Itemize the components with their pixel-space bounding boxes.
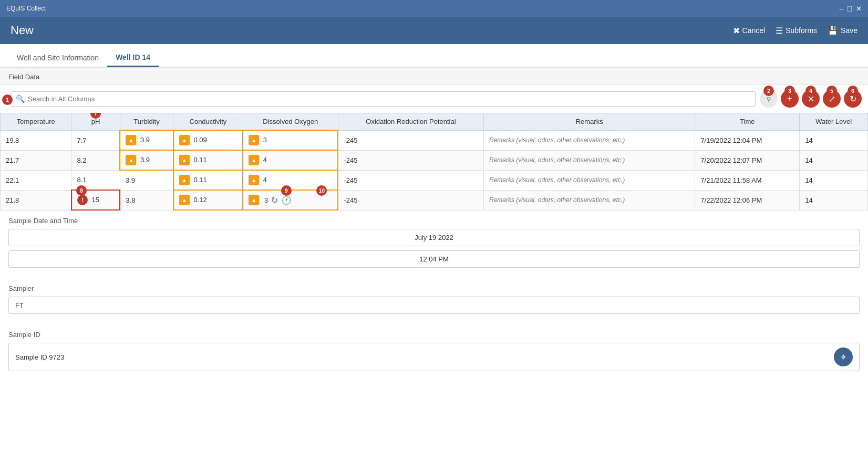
cell-remarks-3: Remarks (visual, odors, other observatio… (484, 170, 695, 190)
tab-bar: Well and Site Information Well ID 14 (0, 44, 868, 67)
search-wrapper: 🔍 (11, 91, 756, 107)
col-remarks: Remarks (484, 113, 695, 131)
field-data-section-label: Field Data (0, 67, 868, 85)
search-icon: 🔍 (16, 94, 25, 103)
cell-ph-1: 7.7 (71, 130, 120, 150)
cell-turbidity-2: ▲ 3.9 (120, 150, 173, 170)
table-row: 19.8 7.7 ▲ 3.9 ▲ 0.09 ▲ 3 -245 R (1, 130, 868, 150)
history-icon[interactable]: 🕐 (281, 195, 292, 205)
title-bar: EQuIS Collect – ⎕ ✕ (0, 0, 868, 17)
badge-2: 2 (763, 86, 774, 96)
col-dissolved-oxygen: Dissolved Oxygen (243, 113, 338, 131)
field-data-table-container: Temperature pH 7 Turbidity Conductivity … (0, 113, 868, 211)
cell-turbidity-3: 3.9 (120, 170, 173, 190)
sampler-label: Sampler (8, 285, 860, 292)
cell-remarks-2: Remarks (visual, odors, other observatio… (484, 150, 695, 170)
warning-icon: ▲ (179, 195, 190, 205)
cell-conductivity-2: ▲ 0.11 (173, 150, 243, 170)
warning-icon: ▲ (249, 135, 259, 145)
cell-time-4: 7/22/2022 12:06 PM (695, 190, 800, 210)
badge-1: 1 (2, 94, 13, 105)
cell-ph-2: 8.2 (71, 150, 120, 170)
subforms-icon: ☰ (776, 26, 783, 36)
field-data-toolbar: 1 🔍 2 ▿ 3 + 4 (0, 85, 868, 113)
save-button[interactable]: 💾 Save (828, 26, 857, 36)
cell-wl-2: 14 (800, 150, 868, 170)
warning-icon: ▲ (179, 135, 190, 145)
cell-orp-3: -245 (338, 170, 483, 190)
sample-time-input[interactable]: 12 04 PM (8, 250, 860, 268)
col-conductivity: Conductivity (173, 113, 243, 131)
header-title: New (11, 24, 34, 37)
warning-icon: ▲ (126, 135, 136, 145)
cell-remarks-4: Remarks (visual, odors, other observatio… (484, 190, 695, 210)
table-row: 21.8 8 ! 15 3.8 ▲ 0.12 9 10 (1, 190, 868, 210)
main-content: Field Data 1 🔍 2 ▿ 3 + (0, 67, 868, 463)
badge-7: 7 (90, 113, 101, 119)
cell-orp-1: -245 (338, 130, 483, 150)
badge-3: 3 (784, 86, 795, 96)
cell-time-2: 7/20/2022 12:07 PM (695, 150, 800, 170)
sample-id-input[interactable]: Sample ID 9723 ⌖ (8, 343, 860, 371)
cancel-icon: ✖ (733, 26, 740, 36)
col-temperature: Temperature (1, 113, 71, 131)
warning-icon: ▲ (179, 155, 190, 165)
badge-5: 5 (826, 86, 837, 96)
cell-conductivity-3: ▲ 0.11 (173, 170, 243, 190)
restore-button[interactable]: ⎕ (848, 5, 852, 13)
cell-do-2: ▲ 4 (243, 150, 338, 170)
col-ph: pH 7 (71, 113, 120, 131)
badge-6: 6 (848, 86, 858, 96)
badge-10: 10 (316, 185, 327, 196)
cell-ph-4[interactable]: 8 ! 15 (71, 190, 120, 210)
cell-time-1: 7/19/2022 12:04 PM (695, 130, 800, 150)
app-header: New ✖ Cancel ☰ Subforms 💾 Save (0, 17, 868, 44)
table-row: 22.1 8.1 3.9 ▲ 0.11 ▲ 4 -245 Remarks (vi… (1, 170, 868, 190)
tab-well-id[interactable]: Well ID 14 (107, 49, 159, 67)
close-button[interactable]: ✕ (856, 5, 862, 13)
col-water-level: Water Level (800, 113, 868, 131)
badge-8: 8 (76, 185, 87, 196)
save-icon: 💾 (828, 26, 838, 36)
col-time: Time (695, 113, 800, 131)
warning-icon: ▲ (249, 155, 259, 165)
sample-date-time-label: Sample Date and Time (8, 217, 860, 225)
subforms-button[interactable]: ☰ Subforms (776, 26, 817, 36)
error-icon: ! (77, 195, 88, 205)
cell-orp-4: -245 (338, 190, 483, 210)
search-input[interactable] (11, 91, 756, 107)
sample-id-section: Sample ID Sample ID 9723 ⌖ (0, 324, 868, 382)
warning-icon: ▲ (179, 175, 190, 185)
cell-orp-2: -245 (338, 150, 483, 170)
sampler-input[interactable]: FT (8, 297, 860, 314)
cell-remarks-1: Remarks (visual, odors, other observatio… (484, 130, 695, 150)
minimize-button[interactable]: – (840, 5, 843, 13)
table-row: 21.7 8.2 ▲ 3.9 ▲ 0.11 ▲ 4 -245 R (1, 150, 868, 170)
cell-turbidity-4: 3.8 (120, 190, 173, 210)
cell-conductivity-4: ▲ 0.12 (173, 190, 243, 210)
warning-icon: ▲ (126, 155, 136, 165)
cancel-button[interactable]: ✖ Cancel (733, 26, 766, 36)
badge-4: 4 (805, 86, 816, 96)
cell-temperature-1: 19.8 (1, 130, 71, 150)
sample-date-input[interactable]: July 19 2022 (8, 229, 860, 246)
cell-wl-3: 14 (800, 170, 868, 190)
sample-id-label: Sample ID (8, 331, 860, 339)
tab-well-site[interactable]: Well and Site Information (8, 49, 107, 67)
cell-turbidity-1: ▲ 3.9 (120, 130, 173, 150)
col-orp: Oxidation Reduction Potential (338, 113, 483, 131)
toolbar-right: 2 ▿ 3 + 4 ✕ 5 (760, 90, 862, 108)
field-data-table: Temperature pH 7 Turbidity Conductivity … (0, 113, 868, 211)
col-turbidity: Turbidity (120, 113, 173, 131)
app-title: EQuIS Collect (6, 5, 46, 12)
cell-temperature-2: 21.7 (1, 150, 71, 170)
cell-temperature-4: 21.8 (1, 190, 71, 210)
undo-icon[interactable]: ↻ (271, 195, 278, 205)
cell-do-4[interactable]: 9 10 ▲ 3 ↻ 🕐 (243, 190, 338, 210)
cell-wl-4: 14 (800, 190, 868, 210)
cell-time-3: 7/21/2022 11:58 AM (695, 170, 800, 190)
cell-wl-1: 14 (800, 130, 868, 150)
cell-temperature-3: 22.1 (1, 170, 71, 190)
table-header-row: Temperature pH 7 Turbidity Conductivity … (1, 113, 868, 131)
map-button[interactable]: ⌖ (834, 348, 853, 366)
